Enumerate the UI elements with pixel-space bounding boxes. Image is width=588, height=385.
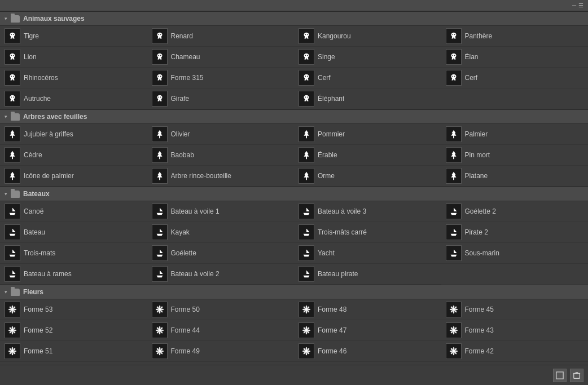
shape-icon bbox=[5, 126, 20, 142]
shape-item[interactable]: Sous-marin bbox=[441, 243, 589, 264]
category-header-arbres[interactable]: ▾ Arbres avec feuilles bbox=[0, 109, 588, 124]
shape-item[interactable]: Trois-mats bbox=[0, 243, 147, 264]
minimize-icon[interactable]: ─ bbox=[572, 2, 576, 8]
shape-item[interactable]: Palmier bbox=[441, 124, 589, 145]
shape-label: Forme 51 bbox=[24, 347, 52, 355]
shape-item[interactable]: Pirate 2 bbox=[441, 222, 589, 243]
shape-item[interactable]: Singe bbox=[294, 47, 441, 68]
svg-point-100 bbox=[160, 351, 163, 352]
shape-label: Autruche bbox=[24, 95, 51, 103]
svg-rect-123 bbox=[556, 371, 563, 378]
shape-item[interactable]: Jujubier à griffes bbox=[0, 124, 147, 145]
shape-label: Forme 52 bbox=[24, 326, 52, 334]
svg-point-82 bbox=[454, 330, 457, 331]
shape-label: Kayak bbox=[171, 228, 190, 236]
svg-point-34 bbox=[306, 306, 308, 308]
shape-label: Singe bbox=[318, 53, 335, 61]
shape-item[interactable]: Icône de palmier bbox=[0, 166, 147, 187]
category-header-animaux[interactable]: ▾ Animaux sauvages bbox=[0, 11, 588, 26]
folder-icon bbox=[11, 15, 20, 23]
shape-icon bbox=[446, 203, 462, 219]
shape-item[interactable]: Rhinocéros bbox=[0, 68, 147, 88]
shape-item[interactable]: Girafe bbox=[147, 88, 295, 109]
shape-item[interactable]: Pin mort bbox=[441, 145, 589, 166]
shape-item[interactable]: Forme 44 bbox=[147, 320, 295, 341]
shape-icon bbox=[299, 343, 314, 359]
shape-item[interactable]: Panthère bbox=[441, 26, 589, 47]
shape-label: Girafe bbox=[171, 95, 190, 103]
menu-icon[interactable]: ☰ bbox=[578, 2, 583, 8]
shape-item[interactable]: Renard bbox=[147, 26, 295, 47]
shape-item[interactable]: Goélette 2 bbox=[441, 201, 589, 222]
svg-point-16 bbox=[12, 306, 14, 308]
delete-shape-button[interactable] bbox=[570, 369, 583, 382]
shape-item[interactable]: Forme 48 bbox=[294, 299, 441, 320]
shape-item[interactable]: Olivier bbox=[147, 124, 295, 145]
shape-icon bbox=[299, 168, 314, 184]
shape-item[interactable]: Cerf bbox=[294, 68, 441, 88]
shape-item[interactable]: Bateau bbox=[0, 222, 147, 243]
shape-icon bbox=[152, 203, 168, 219]
shape-item[interactable]: Autruche bbox=[0, 88, 147, 109]
svg-point-116 bbox=[453, 352, 454, 355]
shape-item[interactable]: Forme 47 bbox=[294, 320, 441, 341]
shape-item[interactable]: Forme 45 bbox=[441, 299, 589, 320]
shape-icon bbox=[152, 302, 168, 317]
shape-item[interactable]: Forme 315 bbox=[147, 68, 295, 88]
shape-item[interactable]: Trois-mâts carré bbox=[294, 222, 441, 243]
shape-item[interactable]: Pommier bbox=[294, 124, 441, 145]
category-header-fleurs[interactable]: ▾ Fleurs bbox=[0, 285, 588, 299]
shape-icon bbox=[152, 343, 168, 359]
svg-point-97 bbox=[159, 347, 160, 350]
shape-item[interactable]: Bateau pirate bbox=[294, 264, 441, 285]
shape-item[interactable]: Éléphant bbox=[294, 88, 441, 109]
svg-marker-1 bbox=[160, 208, 163, 211]
shape-item[interactable]: Canoë bbox=[0, 201, 147, 222]
shape-item[interactable]: Forme 49 bbox=[147, 341, 295, 362]
shape-item[interactable]: Arbre rince-bouteille bbox=[147, 166, 295, 187]
shape-icon bbox=[152, 126, 168, 142]
shape-label: Pommier bbox=[318, 130, 345, 138]
shape-item[interactable]: Forme 52 bbox=[0, 320, 147, 341]
shape-item[interactable]: Chameau bbox=[147, 47, 295, 68]
shape-item[interactable]: Bateau à rames bbox=[0, 264, 147, 285]
folder-icon bbox=[11, 113, 20, 121]
content-area[interactable]: ▾ Animaux sauvages TigreRenardKangourouP… bbox=[0, 11, 588, 385]
shape-item[interactable]: Bateau à voile 1 bbox=[147, 201, 295, 222]
shape-item[interactable]: Élan bbox=[441, 47, 589, 68]
shape-item[interactable]: Forme 51 bbox=[0, 341, 147, 362]
shape-item[interactable]: Baobab bbox=[147, 145, 295, 166]
category-header-bateaux[interactable]: ▾ Bateaux bbox=[0, 187, 588, 201]
shape-label: Panthère bbox=[465, 32, 493, 40]
shape-item[interactable]: Goélette bbox=[147, 243, 295, 264]
shape-item[interactable]: Tigre bbox=[0, 26, 147, 47]
svg-point-18 bbox=[8, 309, 11, 311]
shape-item[interactable]: Lion bbox=[0, 47, 147, 68]
shape-item[interactable]: Forme 50 bbox=[147, 299, 295, 320]
shape-item[interactable]: Érable bbox=[294, 145, 441, 166]
items-grid-fleurs: Forme 53Forme 50Forme 48Forme 45Forme 52… bbox=[0, 299, 588, 362]
shape-item[interactable]: Kayak bbox=[147, 222, 295, 243]
shape-item[interactable]: Cerf bbox=[441, 68, 589, 88]
svg-point-70 bbox=[306, 326, 308, 329]
shape-item[interactable]: Forme 43 bbox=[441, 320, 589, 341]
shape-icon bbox=[446, 343, 462, 359]
svg-point-115 bbox=[453, 347, 454, 350]
chevron-icon: ▾ bbox=[5, 114, 7, 120]
shape-item[interactable]: Forme 46 bbox=[294, 341, 441, 362]
shape-item[interactable]: Kangourou bbox=[294, 26, 441, 47]
shape-item[interactable]: Orme bbox=[294, 166, 441, 187]
shape-item[interactable]: Bateau à voile 3 bbox=[294, 201, 441, 222]
svg-point-19 bbox=[14, 309, 16, 311]
shape-item[interactable]: Yacht bbox=[294, 243, 441, 264]
shape-item[interactable]: Bateau à voile 2 bbox=[147, 264, 295, 285]
shape-item[interactable]: Forme 42 bbox=[441, 341, 589, 362]
shape-item[interactable]: Platane bbox=[441, 166, 589, 187]
shape-item[interactable]: Forme 53 bbox=[0, 299, 147, 320]
new-shape-button[interactable] bbox=[553, 369, 567, 382]
shape-label: Yacht bbox=[318, 249, 335, 257]
svg-point-106 bbox=[306, 347, 308, 350]
shape-label: Élan bbox=[465, 53, 479, 61]
shape-item[interactable]: Cèdre bbox=[0, 145, 147, 166]
svg-point-91 bbox=[14, 351, 16, 352]
